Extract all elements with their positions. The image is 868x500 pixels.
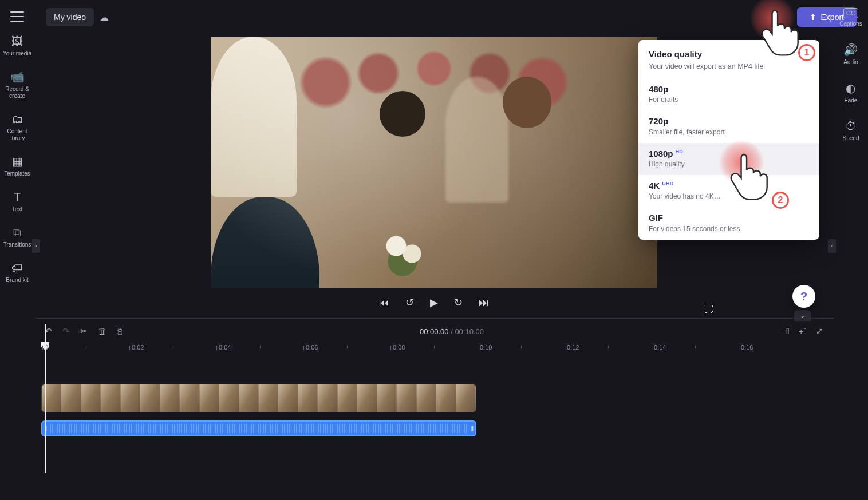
quality-label: 720p [649,117,668,126]
zoom-in-button[interactable]: +⃝ [799,326,807,336]
right-item-audio[interactable]: 🔊 Audio [843,43,858,65]
playhead-line [45,324,46,473]
quality-option-1080p[interactable]: 1080pHD High quality [638,143,819,175]
sidebar-item-label: Text [12,206,22,213]
quality-option-720p[interactable]: 720p Smaller file, faster export [638,110,819,142]
ruler-tick: 0:10 [480,344,492,351]
right-item-label: Speed [843,135,859,141]
skip-start-button[interactable]: ⏮ [379,297,389,309]
quality-option-480p[interactable]: 480p For drafts [638,78,819,110]
transitions-icon: ⧉ [13,225,21,239]
quality-option-gif[interactable]: GIF For videos 15 seconds or less [638,207,819,239]
zoom-out-button[interactable]: –⃝ [782,326,790,336]
fullscreen-button[interactable]: ⛶ [704,304,713,315]
ruler-tick: 0:04 [219,344,231,351]
library-icon: 🗂 [11,112,23,126]
sidebar-item-text[interactable]: T Text [1,190,33,213]
ruler-tick: 0:16 [741,344,753,351]
ruler-tick: 0:08 [393,344,405,351]
right-item-label: Captions [839,21,862,27]
export-quality-popover: Video quality Your video will export as … [638,40,819,240]
ruler-tick: 0:06 [306,344,318,351]
sidebar-item-label: Record & create [1,86,33,100]
popover-subtitle: Your video will export as an MP4 file [649,62,809,70]
right-sidebar: CC Captions 🔊 Audio ◐ Fade ⏱ Speed ‹ [834,0,868,320]
project-title[interactable]: My video [46,8,94,26]
quality-desc: For videos 15 seconds or less [649,225,809,233]
delete-button[interactable]: 🗑 [98,326,106,336]
left-sidebar: 🖼 Your media 📹 Record & create 🗂 Content… [0,0,34,500]
right-item-fade[interactable]: ◐ Fade [845,81,858,104]
sidebar-item-label: Brand kit [6,277,28,284]
skip-end-button[interactable]: ⏭ [479,297,489,309]
captions-icon: CC [843,8,858,18]
audio-track-clip[interactable] [41,420,476,436]
ruler-tick: 0:14 [654,344,666,351]
sidebar-item-content-library[interactable]: 🗂 Content library [1,112,33,142]
help-button[interactable]: ? [792,285,815,308]
total-time: 00:10.00 [455,327,484,336]
right-item-captions[interactable]: CC Captions [839,8,862,27]
sidebar-item-transitions[interactable]: ⧉ Transitions [1,225,33,248]
cloud-sync-icon[interactable]: ☁ [100,12,109,23]
sidebar-item-label: Content library [1,128,33,142]
play-controls: ⏮ ↺ ▶ ↻ ⏭ [379,296,489,309]
sidebar-item-label: Templates [4,170,30,177]
redo-button: ↷ [62,326,70,336]
quality-desc: Smaller file, faster export [649,128,809,136]
templates-icon: ▦ [12,154,23,168]
timeline: ↶ ↷ ✂ 🗑 ⎘ 00:00.00 / 00:10.00 –⃝ +⃝ ⤢ 00… [34,318,834,500]
camera-icon: 📹 [10,70,25,84]
hamburger-menu-icon[interactable] [10,11,24,22]
quality-label: 480p [649,84,668,94]
popover-title: Video quality [649,49,809,59]
quality-desc: High quality [649,160,809,168]
quality-label: 1080p [649,149,673,158]
sidebar-item-your-media[interactable]: 🖼 Your media [1,34,33,57]
quality-label: 4K [649,181,660,191]
text-icon: T [14,190,21,204]
hd-badge: HD [676,149,684,154]
upload-icon: ⬆ [810,13,816,22]
play-button[interactable]: ▶ [430,296,438,309]
speaker-icon: 🔊 [843,43,858,57]
image-icon: 🖼 [11,34,23,48]
ruler-tick: 0:02 [132,344,144,351]
speed-icon: ⏱ [845,120,857,133]
quality-desc: For drafts [649,96,809,104]
uhd-badge: UHD [662,181,673,186]
top-bar: My video ☁ ⬆ Export [34,0,868,34]
forward-button[interactable]: ↻ [454,296,463,309]
time-display: 00:00.00 / 00:10.00 [420,327,484,336]
sidebar-item-record-create[interactable]: 📹 Record & create [1,70,33,100]
sidebar-item-label: Transitions [3,241,31,248]
sidebar-item-brand-kit[interactable]: 🏷 Brand kit [1,261,33,284]
right-item-label: Audio [843,59,858,65]
split-button[interactable]: ✂ [80,326,88,336]
quality-label: GIF [649,213,663,223]
current-time: 00:00.00 [420,327,449,336]
video-track-clip[interactable] [41,384,476,412]
timeline-ruler[interactable]: 00:020:040:060:080:100:120:140:16 [34,344,834,359]
right-item-label: Fade [845,97,858,104]
sidebar-item-label: Your media [3,50,31,57]
rewind-button[interactable]: ↺ [405,296,414,309]
quality-desc: Your video has no 4K… [649,192,809,200]
right-item-speed[interactable]: ⏱ Speed [843,120,859,141]
ruler-tick: 0:12 [567,344,579,351]
brand-kit-icon: 🏷 [11,261,23,275]
quality-option-4k[interactable]: 4KUHD Your video has no 4K… [638,175,819,207]
duplicate-button[interactable]: ⎘ [117,326,122,336]
fit-timeline-button[interactable]: ⤢ [816,326,823,336]
fade-icon: ◐ [846,81,855,95]
sidebar-item-templates[interactable]: ▦ Templates [1,154,33,177]
video-preview[interactable] [211,37,657,288]
